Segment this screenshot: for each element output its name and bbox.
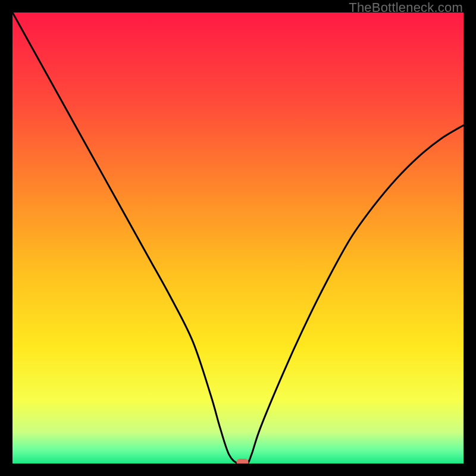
bottleneck-chart bbox=[12, 12, 464, 464]
minimum-marker bbox=[237, 459, 249, 464]
gradient-background bbox=[12, 12, 464, 464]
chart-frame bbox=[12, 12, 464, 464]
